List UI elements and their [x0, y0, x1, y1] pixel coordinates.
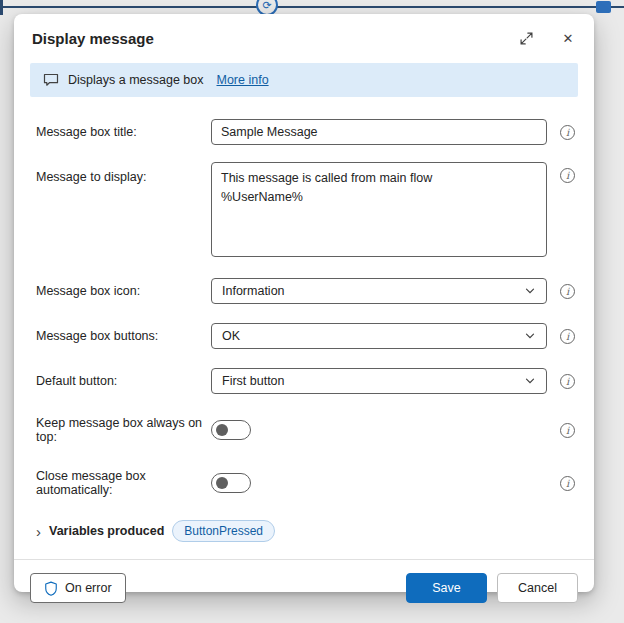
info-icon[interactable]: i [560, 374, 575, 389]
info-icon[interactable]: i [560, 329, 575, 344]
field-row-message-box-icon: Message box icon: Information i [36, 278, 578, 304]
chevron-down-icon [524, 285, 536, 297]
message-to-display-label: Message to display: [36, 162, 211, 184]
info-icon[interactable]: i [560, 476, 575, 491]
flow-corner-node-icon [596, 1, 611, 13]
close-automatically-label: Close message box automatically: [36, 469, 211, 497]
default-button-select[interactable]: First button [211, 368, 547, 394]
select-value: Information [222, 284, 285, 298]
control: This message is called from main flow %U… [211, 162, 547, 261]
control: Information [211, 278, 547, 304]
control: First button [211, 368, 547, 394]
variables-produced-row[interactable]: › Variables produced ButtonPressed [14, 519, 594, 543]
field-row-close-automatically: Close message box automatically: i [36, 469, 578, 497]
default-button-label: Default button: [36, 374, 211, 388]
flow-connector-line [0, 6, 624, 8]
chevron-down-icon [524, 375, 536, 387]
variable-pill-buttonpressed[interactable]: ButtonPressed [172, 520, 275, 542]
message-box-title-label: Message box title: [36, 125, 211, 139]
message-bubble-icon [43, 73, 59, 87]
dialog-body: Message box title: i Message to display:… [14, 97, 594, 497]
message-box-icon-select[interactable]: Information [211, 278, 547, 304]
expand-icon [520, 32, 533, 45]
close-dialog-button[interactable]: ✕ [560, 31, 576, 47]
select-value: OK [222, 329, 240, 343]
close-icon: ✕ [563, 31, 574, 46]
message-box-buttons-select[interactable]: OK [211, 323, 547, 349]
message-box-icon-label: Message box icon: [36, 284, 211, 298]
cancel-button[interactable]: Cancel [497, 573, 578, 603]
dialog-footer: On error Save Cancel [14, 560, 594, 603]
field-row-message-box-buttons: Message box buttons: OK i [36, 323, 578, 349]
variables-produced-label: Variables produced [49, 524, 164, 538]
keep-on-top-label: Keep message box always on top: [36, 416, 211, 444]
toggle-knob [216, 424, 228, 436]
refresh-icon: ⟳ [262, 0, 271, 11]
message-box-title-input[interactable] [211, 119, 547, 145]
chevron-right-icon: › [36, 524, 41, 539]
field-row-default-button: Default button: First button i [36, 368, 578, 394]
info-icon[interactable]: i [560, 125, 575, 140]
field-row-message-box-title: Message box title: i [36, 119, 578, 145]
dialog-title: Display message [32, 30, 518, 47]
control [211, 473, 547, 493]
field-row-keep-on-top: Keep message box always on top: i [36, 416, 578, 444]
select-value: First button [222, 374, 285, 388]
display-message-dialog: Display message ✕ Displays a message box… [14, 14, 594, 592]
control [211, 119, 547, 145]
keep-on-top-toggle[interactable] [211, 420, 251, 440]
info-icon[interactable]: i [560, 168, 575, 183]
info-icon[interactable]: i [560, 284, 575, 299]
on-error-label: On error [65, 581, 112, 595]
banner-text: Displays a message box [68, 73, 203, 87]
close-automatically-toggle[interactable] [211, 473, 251, 493]
save-button[interactable]: Save [406, 573, 487, 603]
expand-dialog-button[interactable] [518, 31, 534, 47]
shield-icon [44, 581, 58, 596]
control [211, 420, 547, 440]
info-banner: Displays a message box More info [30, 63, 578, 97]
on-error-button[interactable]: On error [30, 573, 126, 603]
flow-edge-line [0, 0, 3, 15]
control: OK [211, 323, 547, 349]
toggle-knob [216, 477, 228, 489]
message-box-buttons-label: Message box buttons: [36, 329, 211, 343]
message-to-display-textarea[interactable]: This message is called from main flow %U… [211, 162, 547, 257]
info-icon[interactable]: i [560, 423, 575, 438]
field-row-message-to-display: Message to display: This message is call… [36, 162, 578, 261]
chevron-down-icon [524, 330, 536, 342]
dialog-header: Display message ✕ [14, 14, 594, 59]
more-info-link[interactable]: More info [216, 73, 268, 87]
